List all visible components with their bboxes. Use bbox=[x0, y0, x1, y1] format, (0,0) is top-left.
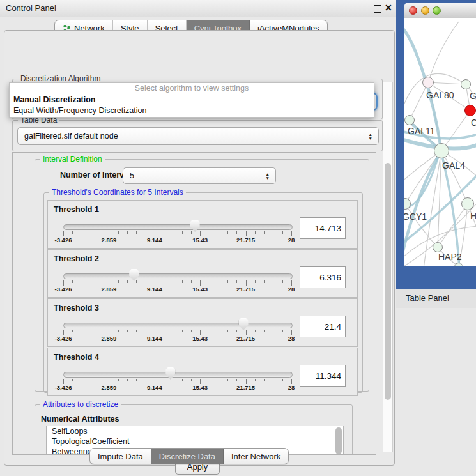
threshold-value-field[interactable]: 14.713 bbox=[300, 217, 346, 239]
slider-track[interactable] bbox=[63, 323, 293, 328]
tick-mark bbox=[127, 330, 128, 332]
slider-thumb[interactable] bbox=[129, 269, 139, 281]
node-ga[interactable] bbox=[461, 79, 471, 89]
tick-mark bbox=[236, 231, 237, 234]
tick-mark bbox=[72, 379, 73, 381]
tick-mark bbox=[200, 379, 201, 384]
slider-track[interactable] bbox=[63, 372, 293, 378]
threshold-value-field[interactable]: 11.344 bbox=[300, 365, 346, 387]
attribute-item-selfloops[interactable]: SelfLoops bbox=[47, 426, 343, 436]
tick-mark bbox=[127, 379, 128, 381]
node-c[interactable] bbox=[464, 105, 476, 116]
tab-discretize-data[interactable]: Discretize Data bbox=[151, 449, 224, 464]
table-panel-titlebar: Table Panel bbox=[396, 289, 476, 309]
threshold-title: Threshold 4 bbox=[54, 353, 99, 362]
network-edge[interactable] bbox=[438, 151, 441, 247]
dropdown-option-manual-discretization[interactable]: Manual Discretization bbox=[10, 95, 374, 106]
tick-mark bbox=[273, 330, 273, 332]
dropdown-arrows-icon: ▲▼ bbox=[369, 133, 372, 140]
threshold-title: Threshold 3 bbox=[54, 303, 99, 312]
slider-track[interactable] bbox=[63, 224, 293, 230]
tab-label: Discretize Data bbox=[159, 452, 215, 461]
network-view[interactable]: GAL80GACGAL11GAL4GCY1HHAP2 bbox=[404, 18, 476, 266]
slider-thumb[interactable] bbox=[190, 220, 200, 232]
tick-mark bbox=[255, 231, 256, 234]
node-gal4[interactable] bbox=[434, 143, 449, 158]
tab-infer-network[interactable]: Infer Network bbox=[224, 449, 288, 464]
tick-mark bbox=[246, 379, 247, 384]
node-gal11[interactable] bbox=[404, 115, 415, 125]
tick-mark bbox=[100, 280, 100, 283]
scrollbar-thumb[interactable] bbox=[385, 163, 391, 400]
tick-mark bbox=[155, 231, 155, 236]
tick-mark bbox=[282, 379, 283, 381]
vertical-scrollbar[interactable] bbox=[383, 82, 393, 452]
tick-mark bbox=[173, 231, 173, 234]
dropdown-option-equal-width-frequency-discretization[interactable]: Equal Width/Frequency Discretization bbox=[10, 105, 374, 117]
table-panel-area: ⚙ ✓ ✓ shared... na YDL19...YDL19YDR27...… bbox=[396, 308, 476, 476]
tick-mark bbox=[82, 280, 82, 283]
tab-impute-data[interactable]: Impute Data bbox=[90, 449, 151, 464]
tick-label: 28 bbox=[288, 384, 295, 391]
network-edge[interactable] bbox=[410, 82, 428, 120]
network-window: GAL80GACGAL11GAL4GCY1HHAP2 bbox=[404, 3, 476, 266]
tick-mark bbox=[227, 379, 228, 381]
node-label-gal4: GAL4 bbox=[442, 160, 465, 171]
tick-label: -3.426 bbox=[55, 335, 72, 342]
tick-mark bbox=[182, 231, 183, 234]
list-scrollbar[interactable] bbox=[335, 427, 342, 454]
tick-mark bbox=[291, 231, 292, 236]
number-of-intervals-dropdown[interactable]: 5 ▲▼ bbox=[123, 167, 276, 184]
tick-mark bbox=[182, 280, 183, 283]
slider-thumb[interactable] bbox=[165, 367, 175, 380]
tick-mark bbox=[264, 280, 265, 283]
tick-mark bbox=[182, 330, 183, 332]
node-h[interactable] bbox=[461, 197, 474, 210]
zoom-traffic-light-icon[interactable] bbox=[433, 6, 441, 15]
tick-mark bbox=[100, 379, 100, 381]
threshold-panel-2: Threshold 2-3.4262.8599.14415.4321.71528… bbox=[47, 249, 358, 298]
tick-mark bbox=[82, 379, 82, 381]
tick-mark bbox=[246, 231, 247, 236]
slider-track[interactable] bbox=[63, 273, 293, 279]
tick-mark bbox=[91, 280, 91, 283]
tick-mark bbox=[200, 330, 201, 335]
tick-label: -3.426 bbox=[55, 286, 72, 293]
float-window-icon[interactable] bbox=[374, 5, 381, 13]
tick-mark bbox=[219, 379, 219, 381]
tick-label: 21.715 bbox=[236, 384, 255, 391]
tick-mark bbox=[210, 231, 210, 234]
node-gal80[interactable] bbox=[422, 77, 434, 88]
network-edge[interactable] bbox=[428, 22, 459, 82]
tick-mark bbox=[264, 330, 265, 332]
slider-thumb[interactable] bbox=[239, 318, 249, 330]
node-hap2[interactable] bbox=[433, 242, 443, 252]
tick-mark bbox=[127, 231, 128, 234]
tick-mark bbox=[118, 231, 119, 234]
close-traffic-light-icon[interactable] bbox=[409, 6, 417, 15]
tick-mark bbox=[173, 379, 173, 381]
tick-mark bbox=[164, 330, 164, 332]
threshold-panel-1: Threshold 1-3.4262.8599.14415.4321.71528… bbox=[47, 200, 358, 249]
tick-label: 28 bbox=[288, 236, 295, 243]
threshold-value-field[interactable]: 21.4 bbox=[300, 316, 346, 337]
threshold-panel-3: Threshold 3-3.4262.8599.14415.4321.71528… bbox=[47, 298, 358, 347]
settings-scroll-pane: Interval Definition Number of Intervals … bbox=[12, 152, 376, 455]
tick-mark bbox=[63, 379, 64, 384]
tick-mark bbox=[109, 280, 109, 286]
tick-mark bbox=[91, 231, 91, 234]
close-icon[interactable]: ✕ bbox=[385, 3, 392, 13]
tick-mark bbox=[246, 280, 247, 286]
table-data-dropdown[interactable]: galFiltered.sif default node ▲▼ bbox=[17, 127, 379, 145]
minimize-traffic-light-icon[interactable] bbox=[421, 6, 429, 15]
tick-mark bbox=[155, 379, 155, 384]
tick-label: 15.43 bbox=[192, 236, 208, 243]
tick-mark bbox=[136, 280, 137, 283]
attribute-item-topologicalcoefficient[interactable]: TopologicalCoefficient bbox=[47, 436, 343, 447]
tick-mark bbox=[146, 379, 146, 381]
threshold-value-field[interactable]: 6.316 bbox=[300, 266, 346, 288]
tick-mark bbox=[173, 330, 173, 332]
tick-mark bbox=[282, 231, 283, 234]
node-label-gcy1: GCY1 bbox=[404, 211, 427, 222]
tick-mark bbox=[136, 330, 137, 332]
